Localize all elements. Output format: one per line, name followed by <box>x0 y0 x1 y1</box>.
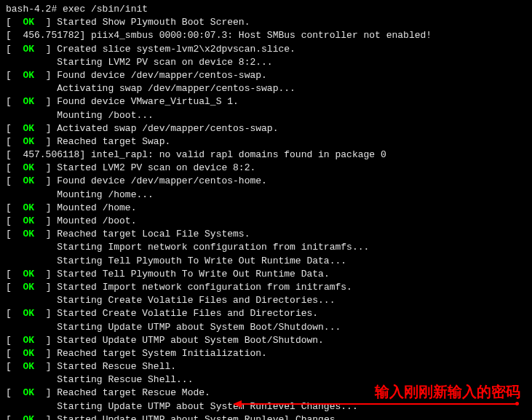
boot-message: ] Found device /dev/mapper/centos-swap. <box>46 70 267 81</box>
shell-prompt-line: bash-4.2# exec /sbin/init <box>6 3 526 16</box>
bracket-close-space <box>34 96 46 107</box>
bracket-open: [ <box>6 136 23 147</box>
ok-status: OK <box>23 229 34 239</box>
boot-line: [ OK ] Reached target System Initializat… <box>6 347 526 360</box>
bracket-open: [ <box>6 202 23 213</box>
boot-message: ] Reached target Local File Systems. <box>46 229 250 239</box>
boot-line: [ 456.751782] piix4_smbus 0000:00:07.3: … <box>6 29 526 42</box>
ok-status: OK <box>23 269 34 280</box>
boot-line: Starting Import network configuration fr… <box>6 241 526 254</box>
ok-status: OK <box>23 123 34 134</box>
ok-status: OK <box>23 175 34 186</box>
bracket-open: [ <box>6 335 23 346</box>
boot-message: Starting Update UTMP about System Boot/S… <box>6 322 341 333</box>
bracket-close-space <box>34 348 46 359</box>
boot-message: ] Started Rescue Shell. <box>46 361 176 372</box>
boot-message: Mounting /home... <box>6 189 154 200</box>
boot-message: Starting Rescue Shell... <box>6 374 193 385</box>
bracket-open: [ <box>6 96 23 107</box>
bracket-open: [ <box>6 414 23 420</box>
bracket-open: [ <box>6 348 23 359</box>
boot-message: Mounting /boot... <box>6 110 154 121</box>
boot-line: [ OK ] Found device VMware_Virtual_S 1. <box>6 95 526 108</box>
bracket-open: [ <box>6 269 23 280</box>
boot-message: ] Reached target Rescue Mode. <box>46 387 210 398</box>
bracket-close-space <box>34 308 46 319</box>
boot-line: [ OK ] Started Import network configurat… <box>6 281 526 294</box>
bracket-close-space <box>34 387 46 398</box>
bracket-open: [ <box>6 70 23 81</box>
bracket-close-space <box>34 282 46 293</box>
boot-log-lines: [ OK ] Started Show Plymouth Boot Screen… <box>6 16 526 420</box>
ok-status: OK <box>23 96 34 107</box>
boot-message: ] Mounted /boot. <box>46 215 137 226</box>
boot-message: ] Started Update UTMP about System Runle… <box>46 414 341 420</box>
bracket-open: [ <box>6 175 23 186</box>
ok-status: OK <box>23 202 34 213</box>
boot-message: ] Reached target System Initialization. <box>46 348 267 359</box>
bracket-close-space <box>34 215 46 226</box>
boot-message: Starting Import network configuration fr… <box>6 242 369 253</box>
bracket-open: [ <box>6 361 23 372</box>
ok-status: OK <box>23 414 34 420</box>
ok-status: OK <box>23 17 34 28</box>
boot-message: Starting Create Volatile Files and Direc… <box>6 295 335 306</box>
bracket-close-space <box>34 335 46 346</box>
bracket-close-space <box>34 202 46 213</box>
ok-status: OK <box>23 308 34 319</box>
ok-status: OK <box>23 361 34 372</box>
boot-line: [ OK ] Started Rescue Shell. <box>6 360 526 373</box>
boot-line: Starting Create Volatile Files and Direc… <box>6 294 526 307</box>
boot-message: ] Started Tell Plymouth To Write Out Run… <box>46 269 330 280</box>
boot-message: Starting Tell Plymouth To Write Out Runt… <box>6 255 346 266</box>
bracket-open: [ <box>6 44 23 55</box>
bracket-close-space <box>34 175 46 186</box>
boot-message: [ 456.751782] piix4_smbus 0000:00:07.3: … <box>6 30 432 41</box>
boot-line: Starting LVM2 PV scan on device 8:2... <box>6 56 526 69</box>
boot-line: [ OK ] Started Create Volatile Files and… <box>6 307 526 320</box>
boot-message: ] Started Import network configuration f… <box>46 282 352 293</box>
boot-message: Starting LVM2 PV scan on device 8:2... <box>6 57 273 68</box>
boot-message: ] Started Update UTMP about System Boot/… <box>46 335 324 346</box>
boot-message: ] Found device VMware_Virtual_S 1. <box>46 96 239 107</box>
boot-message: ] Started LVM2 PV scan on device 8:2. <box>46 162 256 173</box>
boot-line: Starting Update UTMP about System Runlev… <box>6 400 526 413</box>
boot-message: ] Created slice system-lvm2\x2dpvscan.sl… <box>46 44 295 55</box>
boot-message: ] Activated swap /dev/mapper/centos-swap… <box>46 123 279 134</box>
boot-line: Mounting /boot... <box>6 109 526 122</box>
boot-line: [ OK ] Reached target Local File Systems… <box>6 228 526 241</box>
bracket-open: [ <box>6 17 23 28</box>
boot-line: [ OK ] Mounted /boot. <box>6 215 526 228</box>
boot-line: Starting Update UTMP about System Boot/S… <box>6 321 526 334</box>
boot-line: [ OK ] Started Update UTMP about System … <box>6 334 526 347</box>
boot-message: ] Started Create Volatile Files and Dire… <box>46 308 318 319</box>
boot-line: [ OK ] Started Tell Plymouth To Write Ou… <box>6 268 526 281</box>
ok-status: OK <box>23 335 34 346</box>
bracket-close-space <box>34 361 46 372</box>
boot-line: [ OK ] Reached target Swap. <box>6 135 526 148</box>
bracket-close-space <box>34 70 46 81</box>
boot-message: Starting Update UTMP about System Runlev… <box>6 401 358 412</box>
boot-line: [ OK ] Started Update UTMP about System … <box>6 413 526 420</box>
boot-line: Mounting /home... <box>6 189 526 202</box>
ok-status: OK <box>23 348 34 359</box>
ok-status: OK <box>23 387 34 398</box>
boot-message: ] Started Show Plymouth Boot Screen. <box>46 17 250 28</box>
bracket-open: [ <box>6 123 23 134</box>
bracket-open: [ <box>6 282 23 293</box>
boot-line: Activating swap /dev/mapper/centos-swap.… <box>6 82 526 95</box>
boot-line: [ OK ] Reached target Rescue Mode. <box>6 387 526 400</box>
bracket-close-space <box>34 414 46 420</box>
boot-line: Starting Rescue Shell... <box>6 373 526 387</box>
boot-line: [ OK ] Started LVM2 PV scan on device 8:… <box>6 162 526 175</box>
boot-line: [ OK ] Found device /dev/mapper/centos-s… <box>6 69 526 82</box>
bracket-open: [ <box>6 387 23 398</box>
boot-message: [ 457.506118] intel_rapl: no valid rapl … <box>6 149 386 160</box>
boot-line: [ 457.506118] intel_rapl: no valid rapl … <box>6 148 526 162</box>
bracket-open: [ <box>6 229 23 239</box>
bracket-close-space <box>34 44 46 55</box>
boot-line: Starting Tell Plymouth To Write Out Runt… <box>6 255 526 268</box>
boot-line: [ OK ] Created slice system-lvm2\x2dpvsc… <box>6 43 526 56</box>
bracket-open: [ <box>6 215 23 226</box>
ok-status: OK <box>23 136 34 147</box>
